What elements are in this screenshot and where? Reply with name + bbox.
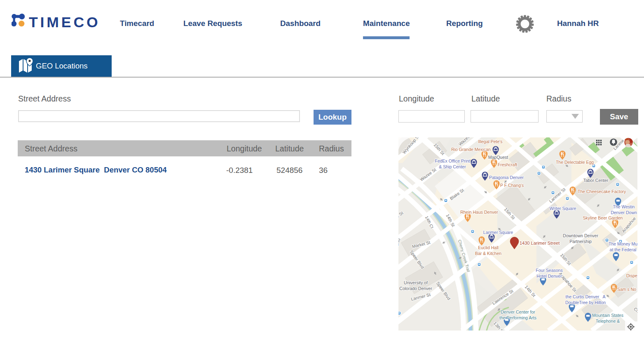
svg-text:Partnership: Partnership — [569, 239, 592, 244]
svg-text:Rhein Haus Denver: Rhein Haus Denver — [460, 210, 498, 215]
svg-text:the Curtis Denver A: the Curtis Denver A — [566, 294, 606, 299]
svg-text:Dispe: Dispe — [626, 273, 637, 278]
svg-text:Denver Center for: Denver Center for — [501, 309, 535, 314]
svg-text:Sam s No: Sam s No — [617, 287, 636, 292]
svg-text:Tabor Center: Tabor Center — [583, 178, 609, 183]
svg-text:University of: University of — [404, 280, 428, 285]
svg-text:Freshcraft: Freshcraft — [498, 162, 517, 167]
svg-text:Colorado Denver: Colorado Denver — [399, 286, 432, 291]
svg-text:The Cheesecake Factory: The Cheesecake Factory — [578, 189, 626, 194]
svg-text:MapQuest: MapQuest — [488, 155, 508, 160]
svg-text:1430 Larimer Street: 1430 Larimer Street — [520, 241, 560, 246]
svg-text:FedEx Office Print: FedEx Office Print — [435, 158, 470, 163]
svg-text:Telephone &: Telephone & — [596, 319, 620, 323]
svg-text:The Money Mu: The Money Mu — [609, 241, 637, 246]
svg-text:Bar & Kitchen: Bar & Kitchen — [475, 251, 501, 256]
svg-text:Larimer Square: Larimer Square — [483, 230, 513, 235]
svg-text:at the Federal: at the Federal — [610, 247, 637, 252]
svg-text:P F Chang's: P F Chang's — [500, 183, 524, 188]
svg-text:Euclid Hall: Euclid Hall — [478, 245, 499, 250]
svg-text:Four Seasons: Four Seasons — [536, 268, 562, 273]
svg-text:Downtown Denver: Downtown Denver — [563, 233, 598, 238]
svg-text:& Ship Center: & Ship Center — [439, 164, 466, 169]
svg-text:Denver Down: Denver Down — [611, 210, 637, 215]
svg-text:the Performing Arts: the Performing Arts — [499, 315, 536, 320]
svg-text:Hotel Denver: Hotel Denver — [536, 274, 562, 279]
svg-text:Mountain States: Mountain States — [592, 313, 623, 318]
svg-text:Writer Square: Writer Square — [550, 206, 576, 211]
svg-text:The Delectable Egg: The Delectable Egg — [556, 160, 594, 165]
svg-text:Rio Grande Mexican: Rio Grande Mexican — [451, 147, 491, 152]
svg-text:DoubleTree by Hilton: DoubleTree by Hilton — [565, 300, 606, 305]
svg-text:Patagonia Denver: Patagonia Denver — [489, 175, 524, 180]
svg-text:Illegal Pete's: Illegal Pete's — [478, 139, 502, 144]
svg-text:Skyline Beer Garden: Skyline Beer Garden — [583, 215, 623, 220]
svg-text:TIMECO: TIMECO — [29, 14, 100, 29]
svg-text:The Westin: The Westin — [613, 204, 635, 209]
